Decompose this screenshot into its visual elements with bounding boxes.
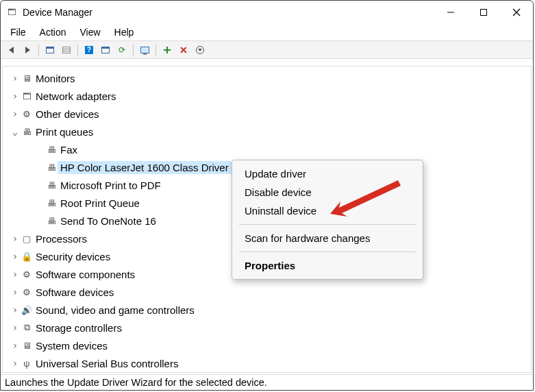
menu-action[interactable]: Action (33, 25, 73, 39)
chevron-right-icon[interactable] (10, 90, 21, 101)
properties-button[interactable] (59, 42, 74, 58)
lock-icon: 🔒 (21, 252, 33, 262)
toolbar: ? ⟳ ✕ (1, 40, 533, 59)
tree-node-fax[interactable]: 🖶Fax (3, 140, 531, 158)
chevron-right-icon[interactable] (10, 73, 21, 84)
forward-icon (25, 47, 30, 53)
chevron-right-icon[interactable] (10, 233, 21, 244)
monitor-icon: 🖥 (21, 73, 33, 84)
menu-file[interactable]: File (3, 25, 33, 39)
refresh-icon: ⟳ (119, 45, 125, 55)
menu-bar: File Action View Help (1, 24, 533, 40)
printer-icon: 🖶 (45, 180, 58, 191)
tree-label: Processors (33, 232, 90, 245)
gear-icon: ⚙ (21, 269, 33, 280)
tree-node-system-devices[interactable]: 🖥System devices (3, 336, 531, 354)
action-properties-button[interactable] (98, 42, 113, 58)
chevron-right-icon[interactable] (10, 269, 21, 280)
network-icon: 🗔 (21, 91, 33, 101)
back-button[interactable] (3, 42, 18, 58)
tree-label: Microsoft Print to PDF (58, 179, 164, 192)
menu-view[interactable]: View (73, 25, 107, 39)
update-driver-button[interactable] (137, 42, 152, 58)
context-menu: Update driverDisable deviceUninstall dev… (232, 160, 423, 280)
printer-icon: 🖶 (45, 198, 58, 208)
tree-label: Monitors (33, 72, 78, 85)
uninstall-device-button[interactable]: ✕ (176, 42, 191, 58)
maximize-button[interactable] (467, 1, 500, 24)
console-tree-button[interactable] (42, 42, 58, 58)
chevron-right-icon[interactable] (10, 358, 21, 369)
context-menu-uninstall-device[interactable]: Uninstall device (232, 201, 423, 220)
minimize-button[interactable] (434, 1, 467, 24)
properties-icon (62, 47, 71, 53)
tree-label: Other devices (33, 108, 102, 121)
tree-node-sound-video[interactable]: 🔊Sound, video and game controllers (3, 301, 531, 319)
speaker-icon: 🔊 (21, 305, 33, 315)
title-bar: 🗔 Device Manager (1, 1, 533, 24)
context-menu-disable-device[interactable]: Disable device (232, 183, 423, 201)
device-manager-window: 🗔 Device Manager File Action View Help ? (0, 0, 534, 391)
context-menu-update-driver[interactable]: Update driver (232, 164, 423, 183)
printer-icon: 🖶 (21, 127, 33, 137)
chip-icon: ⧉ (21, 322, 33, 333)
tree-label: Software devices (33, 286, 116, 299)
tree-label: System devices (33, 339, 110, 352)
window-title: Device Manager (23, 7, 434, 18)
maximize-icon (480, 8, 488, 16)
tree-label: Fax (58, 143, 80, 156)
context-menu-separator (239, 224, 416, 225)
app-icon: 🗔 (6, 7, 17, 18)
enable-device-icon (164, 47, 171, 53)
cpu-icon: ▢ (21, 234, 33, 244)
toolbar-separator (38, 44, 39, 56)
chevron-right-icon[interactable] (10, 340, 21, 351)
tree-label: Sound, video and game controllers (33, 304, 197, 317)
chevron-right-icon[interactable] (10, 322, 21, 333)
usb-icon: ψ (21, 358, 33, 369)
minimize-icon (447, 8, 455, 16)
tree-node-print-queues[interactable]: 🖶Print queues (3, 123, 531, 140)
tree-node-storage-controllers[interactable]: ⧉Storage controllers (3, 319, 531, 336)
tree-node-network-adapters[interactable]: 🗔Network adapters (3, 87, 531, 105)
toolbar-separator (77, 44, 78, 56)
refresh-button[interactable]: ⟳ (114, 42, 129, 58)
chevron-right-icon[interactable] (10, 286, 21, 297)
context-menu-separator (239, 252, 416, 252)
svg-rect-1 (481, 10, 487, 16)
status-text: Launches the Update Driver Wizard for th… (5, 377, 267, 388)
scan-hardware-button[interactable] (192, 42, 208, 58)
action-properties-icon (101, 47, 110, 53)
tree-label: Software components (33, 268, 138, 281)
context-menu-properties[interactable]: Properties (232, 256, 423, 275)
toolbar-separator (133, 44, 134, 56)
tree-label: Storage controllers (33, 321, 125, 334)
enable-device-button[interactable] (160, 42, 175, 58)
tree-label: HP Color LaserJet 1600 Class Driver (58, 161, 232, 174)
update-driver-icon (140, 47, 149, 53)
chevron-right-icon[interactable] (10, 304, 21, 315)
close-button[interactable] (500, 1, 533, 24)
scan-hardware-icon (196, 46, 204, 54)
printer-icon: 🖶 (45, 216, 58, 226)
tree-node-other-devices[interactable]: ⚙Other devices (3, 105, 531, 123)
help-button[interactable]: ? (82, 42, 97, 58)
forward-button[interactable] (20, 42, 35, 58)
printer-icon: 🖶 (45, 162, 58, 173)
close-icon (512, 8, 521, 16)
chevron-right-icon[interactable] (10, 251, 21, 262)
chevron-down-icon[interactable] (10, 126, 21, 137)
status-bar: Launches the Update Driver Wizard for th… (1, 374, 533, 390)
tree-node-monitors[interactable]: 🖥Monitors (3, 69, 531, 87)
tree-node-usb-controllers[interactable]: ψUniversal Serial Bus controllers (3, 354, 531, 372)
tree-label: Universal Serial Bus controllers (33, 357, 181, 370)
tree-label: Send To OneNote 16 (58, 215, 159, 228)
menu-help[interactable]: Help (108, 25, 141, 39)
back-icon (9, 47, 14, 53)
tree-label: Network adapters (33, 90, 119, 103)
uninstall-device-icon: ✕ (179, 45, 188, 55)
printer-icon: 🖶 (45, 145, 58, 155)
chevron-right-icon[interactable] (10, 108, 21, 119)
tree-node-software-devices[interactable]: ⚙Software devices (3, 283, 531, 301)
context-menu-scan-for-hardware-changes[interactable]: Scan for hardware changes (232, 229, 423, 247)
